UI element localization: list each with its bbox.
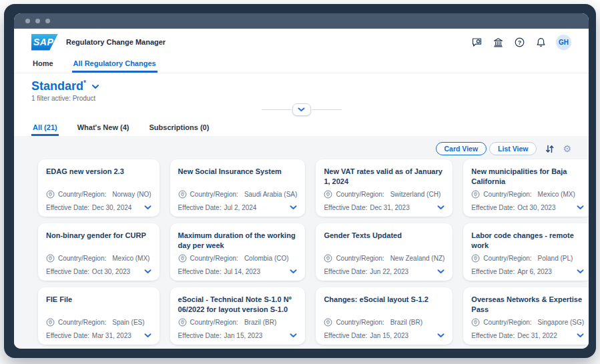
regulatory-change-card[interactable]: FIE File Country/Region: Spain (ES) Effe… bbox=[38, 287, 160, 345]
nav-item-home[interactable]: Home bbox=[31, 55, 55, 73]
app-header: SAP Regulatory Change Manager bbox=[14, 29, 589, 55]
filter-tabs: All (21) What's New (4) Subscriptions (0… bbox=[14, 117, 589, 136]
country-row: Country/Region: Brazil (BR) bbox=[178, 318, 298, 327]
tab-whats-new[interactable]: What's New (4) bbox=[76, 119, 131, 136]
country-row: Country/Region: Poland (PL) bbox=[471, 254, 584, 263]
country-label: Country/Region: bbox=[58, 191, 106, 198]
effective-date-label: Effective Date: bbox=[178, 332, 222, 339]
country-row: Country/Region: Brazil (BR) bbox=[324, 318, 444, 327]
card-title: eSocial - Technical Note S-1.0 Nº 06/202… bbox=[178, 295, 298, 315]
card-title: Changes: eSocial layout S-1.2 bbox=[324, 295, 444, 305]
card-meta: Country/Region: Brazil (BR) Effective Da… bbox=[324, 318, 444, 339]
regulatory-change-card[interactable]: New VAT rates valid as of January 1, 202… bbox=[316, 159, 453, 217]
effective-date-value: Jun 22, 2023 bbox=[370, 268, 408, 275]
effective-date-row: Effective Date: Apr 6, 2023 bbox=[471, 268, 584, 275]
divider bbox=[312, 109, 342, 110]
regulatory-change-card[interactable]: Changes: eSocial layout S-1.2 Country/Re… bbox=[316, 287, 453, 345]
expand-card-chevron-icon[interactable] bbox=[144, 205, 152, 210]
card-meta: Country/Region: Saudi Arabia (SA) Effect… bbox=[178, 190, 298, 211]
expand-card-chevron-icon[interactable] bbox=[437, 333, 444, 338]
effective-date-label: Effective Date: bbox=[46, 332, 89, 339]
card-title: Non-binary gender for CURP bbox=[46, 231, 152, 241]
country-row: Country/Region: Spain (ES) bbox=[46, 318, 152, 327]
view-header: Standard* 1 filter active: Product bbox=[14, 73, 589, 102]
country-row: Country/Region: New Zealand (NZ) bbox=[324, 254, 444, 263]
expand-card-chevron-icon[interactable] bbox=[577, 269, 584, 274]
feedback-icon[interactable] bbox=[471, 36, 483, 48]
expand-card-chevron-icon[interactable] bbox=[144, 269, 152, 274]
regulatory-change-card[interactable]: New municipalities for Baja California C… bbox=[463, 159, 589, 217]
window-control-dot[interactable] bbox=[25, 19, 30, 23]
country-label: Country/Region: bbox=[483, 255, 531, 262]
card-title: FIE File bbox=[46, 295, 152, 305]
expand-card-chevron-icon[interactable] bbox=[437, 269, 444, 274]
page: SAP Regulatory Change Manager bbox=[0, 0, 600, 364]
notifications-icon[interactable] bbox=[535, 36, 547, 48]
card-grid: EDAG new version 2.3 Country/Region: Nor… bbox=[38, 159, 565, 345]
regulatory-change-card[interactable]: Gender Texts Updated Country/Region: New… bbox=[316, 223, 453, 281]
view-title-chevron-icon[interactable] bbox=[91, 80, 99, 92]
header-collapse-row bbox=[14, 102, 589, 117]
country-row: Country/Region: Singapore (SG) bbox=[471, 318, 584, 327]
sap-logo: SAP bbox=[31, 34, 58, 51]
effective-date-row: Effective Date: Dec 31, 2023 bbox=[324, 204, 444, 211]
country-value: Brazil (BR) bbox=[244, 319, 276, 326]
tab-all[interactable]: All (21) bbox=[31, 119, 59, 136]
window-frame: SAP Regulatory Change Manager bbox=[4, 4, 596, 358]
regulatory-change-card[interactable]: Labor code changes - remote work Country… bbox=[463, 223, 589, 281]
country-label: Country/Region: bbox=[190, 255, 238, 262]
country-value: Saudi Arabia (SA) bbox=[244, 191, 298, 198]
country-row: Country/Region: Mexico (MX) bbox=[46, 254, 152, 263]
government-building-icon[interactable] bbox=[492, 36, 504, 48]
country-value: Mexico (MX) bbox=[112, 255, 149, 262]
card-view-button[interactable]: Card View bbox=[436, 142, 487, 155]
expand-card-chevron-icon[interactable] bbox=[290, 333, 297, 338]
effective-date-row: Effective Date: Jan 15, 2023 bbox=[324, 332, 444, 339]
list-view-button[interactable]: List View bbox=[489, 142, 537, 155]
expand-card-chevron-icon[interactable] bbox=[290, 205, 297, 210]
regulatory-change-card[interactable]: eSocial - Technical Note S-1.0 Nº 06/202… bbox=[170, 287, 306, 345]
card-meta: Country/Region: New Zealand (NZ) Effecti… bbox=[324, 254, 444, 275]
country-value: Brazil (BR) bbox=[390, 319, 422, 326]
view-title-row[interactable]: Standard* bbox=[31, 80, 571, 92]
content-area: Card View List View ⚙ EDAG new version 2 bbox=[14, 136, 589, 349]
location-pin-icon bbox=[178, 318, 187, 327]
country-label: Country/Region: bbox=[58, 255, 106, 262]
location-pin-icon bbox=[46, 254, 55, 263]
regulatory-change-card[interactable]: Non-binary gender for CURP Country/Regio… bbox=[38, 223, 160, 281]
card-title: Labor code changes - remote work bbox=[471, 231, 584, 251]
expand-card-chevron-icon[interactable] bbox=[577, 333, 584, 338]
collapse-header-button[interactable] bbox=[292, 103, 311, 116]
help-icon[interactable]: ? bbox=[513, 36, 525, 48]
avatar[interactable]: GH bbox=[556, 35, 571, 50]
effective-date-value: Jul 14, 2023 bbox=[224, 268, 260, 275]
regulatory-change-card[interactable]: Overseas Networks & Expertise Pass Count… bbox=[463, 287, 589, 345]
effective-date-label: Effective Date: bbox=[178, 268, 222, 275]
window-control-dot[interactable] bbox=[45, 19, 50, 23]
expand-card-chevron-icon[interactable] bbox=[290, 269, 297, 274]
tab-subscriptions[interactable]: Subscriptions (0) bbox=[147, 119, 210, 136]
country-row: Country/Region: Saudi Arabia (SA) bbox=[178, 190, 298, 199]
effective-date-value: Mar 31, 2023 bbox=[92, 332, 131, 339]
expand-card-chevron-icon[interactable] bbox=[437, 205, 444, 210]
location-pin-icon bbox=[324, 254, 332, 263]
expand-card-chevron-icon[interactable] bbox=[577, 205, 584, 210]
expand-card-chevron-icon[interactable] bbox=[144, 333, 152, 338]
regulatory-change-card[interactable]: Maximum duration of the working day per … bbox=[170, 223, 306, 281]
view-toolbar: Card View List View ⚙ bbox=[31, 142, 571, 155]
settings-gear-icon[interactable]: ⚙ bbox=[563, 144, 571, 153]
country-row: Country/Region: Mexico (MX) bbox=[471, 190, 584, 199]
location-pin-icon bbox=[471, 318, 480, 327]
card-meta: Country/Region: Brazil (BR) Effective Da… bbox=[178, 318, 298, 339]
nav-item-all-regulatory-changes[interactable]: All Regulatory Changes bbox=[72, 55, 158, 73]
effective-date-row: Effective Date: Jul 2, 2024 bbox=[178, 204, 298, 211]
regulatory-change-card[interactable]: New Social Insurance System Country/Regi… bbox=[170, 159, 306, 217]
effective-date-label: Effective Date: bbox=[471, 332, 515, 339]
sort-icon[interactable] bbox=[545, 144, 555, 154]
card-title: New Social Insurance System bbox=[178, 167, 298, 177]
regulatory-change-card[interactable]: EDAG new version 2.3 Country/Region: Nor… bbox=[38, 159, 160, 217]
effective-date-label: Effective Date: bbox=[324, 268, 367, 275]
country-row: Country/Region: Switzerland (CH) bbox=[324, 190, 444, 199]
main-nav: Home All Regulatory Changes bbox=[14, 55, 589, 73]
window-control-dot[interactable] bbox=[35, 19, 40, 23]
